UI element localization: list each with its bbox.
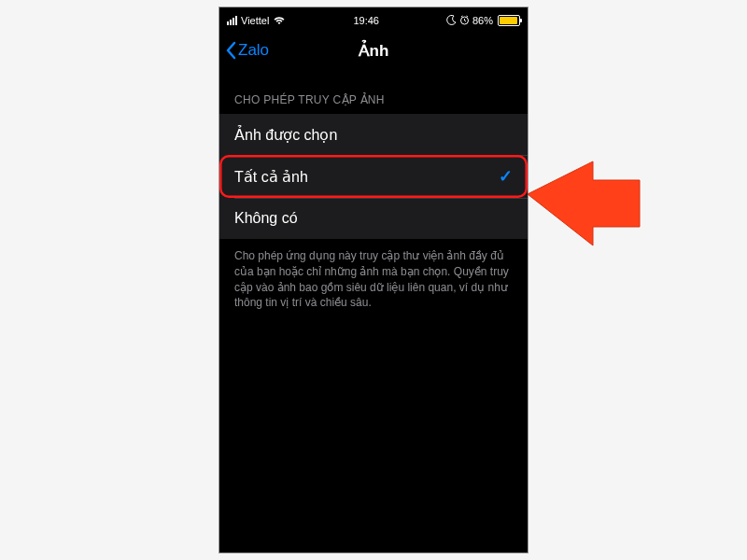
page-title: Ảnh	[359, 41, 389, 61]
status-left: Viettel	[227, 15, 286, 26]
chevron-left-icon	[225, 41, 236, 60]
nav-bar: Zalo Ảnh	[219, 30, 528, 71]
alarm-icon	[459, 15, 470, 27]
status-bar: Viettel 19:46 86%	[219, 7, 528, 30]
phone-screen: Viettel 19:46 86% Zalo Ảnh CHO PHÉP TRUY…	[218, 7, 529, 553]
status-time: 19:46	[353, 15, 379, 26]
carrier-label: Viettel	[241, 15, 269, 26]
wifi-icon	[273, 16, 286, 25]
battery-icon	[498, 15, 520, 26]
option-selected-photos[interactable]: Ảnh được chọn	[219, 114, 528, 155]
checkmark-icon: ✓	[499, 166, 513, 187]
option-none[interactable]: Không có	[219, 198, 528, 239]
section-footer: Cho phép ứng dụng này truy cập thư viện …	[219, 239, 528, 320]
status-right: 86%	[446, 15, 520, 27]
option-all-photos[interactable]: Tất cả ảnh ✓	[219, 155, 528, 198]
option-label: Tất cả ảnh	[234, 168, 308, 186]
option-list: Ảnh được chọn Tất cả ảnh ✓ Không có	[219, 114, 528, 239]
section-header: CHO PHÉP TRUY CẬP ẢNH	[219, 71, 528, 114]
option-label: Không có	[234, 210, 298, 227]
battery-percent: 86%	[472, 15, 493, 26]
arrow-annotation	[523, 157, 644, 263]
moon-icon	[446, 15, 457, 27]
signal-icon	[227, 16, 237, 25]
back-button[interactable]: Zalo	[219, 41, 269, 60]
back-label: Zalo	[238, 41, 269, 60]
option-label: Ảnh được chọn	[234, 126, 337, 144]
